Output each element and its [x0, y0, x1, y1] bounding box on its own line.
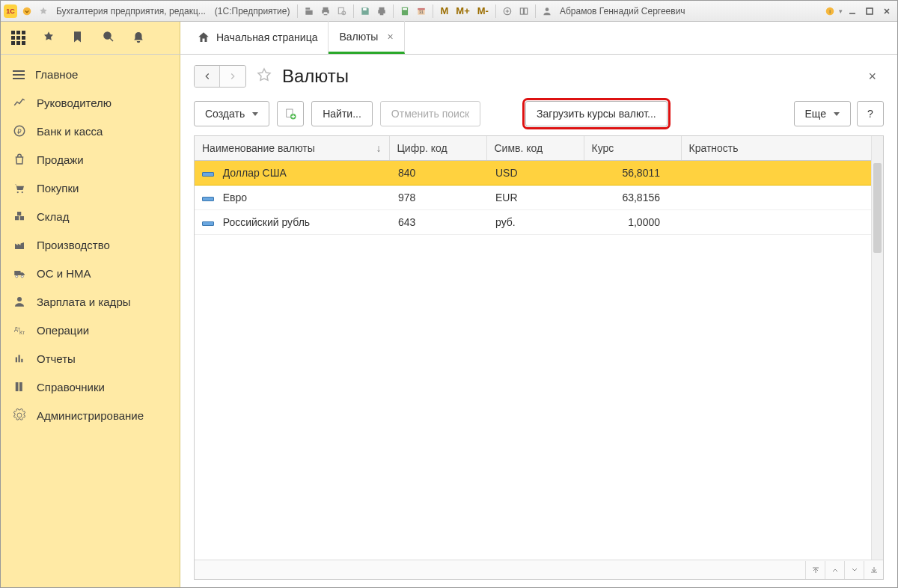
cell-symcode: руб. [486, 210, 584, 235]
load-rates-button[interactable]: Загрузить курсы валют... [525, 101, 668, 126]
col-mult[interactable]: Кратность [681, 136, 883, 161]
user-icon [540, 4, 554, 18]
memory-m[interactable]: M [438, 5, 450, 16]
col-rate[interactable]: Курс [584, 136, 681, 161]
table-header-row: Наименование валюты Цифр. код Симв. код … [195, 136, 883, 161]
dropdown-circle-icon[interactable] [20, 4, 34, 18]
print2-icon[interactable] [375, 4, 388, 18]
col-name[interactable]: Наименование валюты [195, 136, 389, 161]
page-close-button[interactable]: × [861, 66, 884, 88]
star-icon[interactable] [37, 4, 50, 18]
journal-icon: ДтКт [13, 323, 26, 337]
svg-rect-5 [403, 7, 408, 9]
save-icon[interactable] [358, 4, 372, 18]
nav-back-button[interactable] [195, 66, 220, 87]
tab-home[interactable]: Начальная страница [186, 21, 329, 54]
books-icon [13, 380, 26, 393]
tab-currencies[interactable]: Валюты × [329, 21, 404, 54]
caret-down-icon [834, 112, 840, 116]
truck-icon [13, 266, 26, 280]
sidebar-item-purchases[interactable]: Покупки [1, 174, 180, 202]
cell-rate: 63,8156 [584, 186, 681, 210]
calendar-icon[interactable]: 31 [415, 4, 428, 18]
scroll-up-icon[interactable] [825, 561, 844, 579]
sidebar-item-manager[interactable]: Руководителю [1, 88, 180, 117]
table-row[interactable]: Доллар США840USD56,8011 [195, 161, 883, 186]
sidebar-item-bank[interactable]: ₽Банк и касса [1, 117, 180, 145]
find-button[interactable]: Найти... [311, 101, 373, 126]
svg-rect-30 [19, 355, 20, 363]
vertical-scrollbar[interactable] [871, 136, 883, 560]
tab-close-icon[interactable]: × [387, 31, 393, 43]
sidebar-item-main[interactable]: Главное [1, 61, 180, 88]
svg-point-26 [17, 297, 22, 301]
svg-point-25 [21, 275, 23, 278]
info-icon[interactable]: i [823, 4, 837, 18]
memory-m-minus[interactable]: M- [475, 5, 491, 16]
scroll-top-icon[interactable] [805, 561, 825, 579]
scrollbar-thumb[interactable] [873, 163, 882, 253]
cell-numcode: 978 [389, 186, 486, 210]
sidebar-item-label: Покупки [37, 182, 79, 195]
open-icon[interactable] [302, 4, 316, 18]
button-label: ? [867, 108, 873, 120]
svg-rect-22 [20, 216, 24, 220]
print-icon[interactable] [319, 4, 332, 18]
bell-icon[interactable] [132, 30, 145, 46]
sidebar-item-warehouse[interactable]: Склад [1, 202, 180, 230]
button-label: Найти... [323, 108, 361, 120]
search-icon[interactable] [102, 30, 115, 46]
quick-access-bar [1, 22, 180, 54]
table-row[interactable]: Российский рубль643руб.1,0000 [195, 210, 883, 235]
nav-forward-button[interactable] [220, 66, 245, 87]
memory-m-plus[interactable]: M+ [453, 5, 471, 16]
col-numcode[interactable]: Цифр. код [389, 136, 486, 161]
currencies-table[interactable]: Наименование валюты Цифр. код Симв. код … [195, 136, 883, 235]
chart-icon [13, 352, 26, 365]
sidebar-item-hr[interactable]: Зарплата и кадры [1, 287, 180, 316]
history-icon[interactable] [72, 30, 85, 46]
svg-point-0 [23, 7, 31, 15]
window-maximize[interactable] [862, 4, 877, 18]
scroll-down-icon[interactable] [844, 561, 864, 579]
sidebar-item-label: Администрирование [37, 409, 144, 422]
sidebar-item-reports[interactable]: Отчеты [1, 344, 180, 373]
svg-rect-29 [16, 358, 17, 363]
sidebar-item-label: Главное [35, 68, 78, 81]
apps-grid-icon[interactable] [11, 31, 25, 45]
panels-icon[interactable] [517, 4, 531, 18]
content-area: Валюты × Создать Найти... Отменить поиск… [180, 55, 897, 588]
preview-icon[interactable] [335, 4, 349, 18]
favorite-star-icon[interactable] [255, 67, 273, 87]
sidebar-item-sales[interactable]: Продажи [1, 145, 180, 174]
sidebar-item-catalogs[interactable]: Справочники [1, 373, 180, 401]
more-button[interactable]: Еще [794, 101, 852, 126]
cell-name: Российский рубль [223, 216, 310, 228]
cell-rate: 1,0000 [584, 210, 681, 235]
scroll-bottom-icon[interactable] [864, 561, 883, 579]
help-button[interactable]: ? [857, 101, 884, 126]
create-copy-button[interactable] [277, 101, 304, 126]
window-minimize[interactable] [845, 4, 860, 18]
favorites-icon[interactable] [42, 30, 55, 46]
row-marker-icon [202, 197, 214, 201]
sidebar-item-operations[interactable]: ДтКтОперации [1, 316, 180, 344]
col-symcode[interactable]: Симв. код [486, 136, 584, 161]
svg-rect-11 [525, 7, 528, 13]
gear-icon [13, 408, 26, 422]
app-title: Бухгалтерия предприятия, редакц... [53, 6, 209, 16]
sidebar-item-admin[interactable]: Администрирование [1, 401, 180, 429]
svg-rect-10 [520, 7, 523, 13]
cell-name: Евро [223, 192, 247, 203]
sidebar-item-production[interactable]: Производство [1, 230, 180, 259]
create-button[interactable]: Создать [194, 101, 269, 126]
calculator-icon[interactable] [398, 4, 412, 18]
currencies-table-wrap: Наименование валюты Цифр. код Симв. код … [194, 135, 884, 580]
add-circle-icon[interactable] [501, 4, 514, 18]
table-row[interactable]: Евро978EUR63,8156 [195, 186, 883, 210]
window-close[interactable] [879, 4, 894, 18]
svg-point-16 [104, 32, 111, 39]
cell-numcode: 643 [389, 210, 486, 235]
sidebar-item-assets[interactable]: ОС и НМА [1, 259, 180, 287]
button-label: Загрузить курсы валют... [537, 108, 656, 120]
